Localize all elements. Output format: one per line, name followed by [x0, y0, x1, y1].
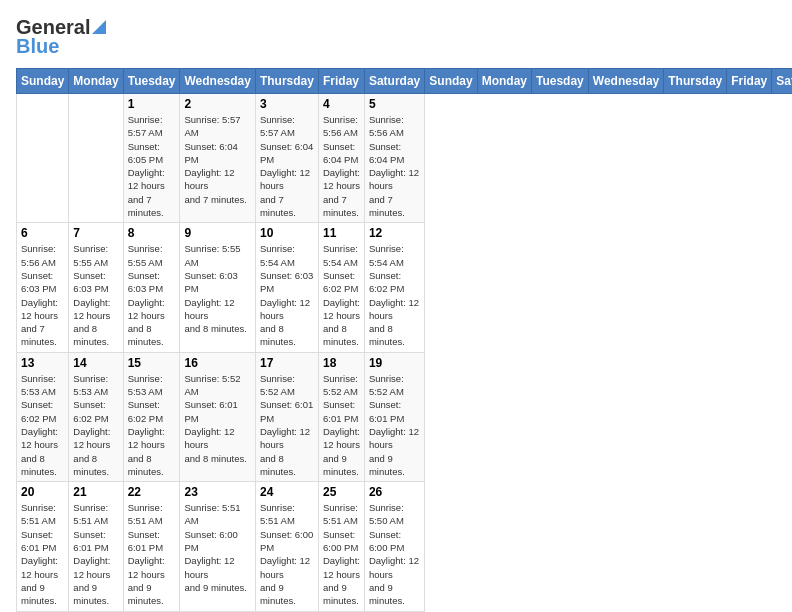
day-number: 1	[128, 97, 176, 111]
weekday-header-cell: Sunday	[425, 69, 477, 94]
weekday-header: Friday	[318, 69, 364, 94]
day-number: 13	[21, 356, 64, 370]
cell-content: Sunrise: 5:55 AM Sunset: 6:03 PM Dayligh…	[73, 242, 118, 348]
cell-content: Sunrise: 5:54 AM Sunset: 6:03 PM Dayligh…	[260, 242, 314, 348]
calendar-cell: 18Sunrise: 5:52 AM Sunset: 6:01 PM Dayli…	[318, 352, 364, 481]
calendar-week-row: 6Sunrise: 5:56 AM Sunset: 6:03 PM Daylig…	[17, 223, 793, 352]
cell-content: Sunrise: 5:52 AM Sunset: 6:01 PM Dayligh…	[323, 372, 360, 478]
day-number: 10	[260, 226, 314, 240]
weekday-header: Sunday	[17, 69, 69, 94]
cell-content: Sunrise: 5:51 AM Sunset: 6:01 PM Dayligh…	[73, 501, 118, 607]
cell-content: Sunrise: 5:51 AM Sunset: 6:00 PM Dayligh…	[260, 501, 314, 607]
day-number: 14	[73, 356, 118, 370]
day-number: 16	[184, 356, 250, 370]
day-number: 21	[73, 485, 118, 499]
calendar-week-row: 20Sunrise: 5:51 AM Sunset: 6:01 PM Dayli…	[17, 482, 793, 611]
calendar-cell: 13Sunrise: 5:53 AM Sunset: 6:02 PM Dayli…	[17, 352, 69, 481]
calendar-cell: 16Sunrise: 5:52 AM Sunset: 6:01 PM Dayli…	[180, 352, 255, 481]
calendar-cell: 9Sunrise: 5:55 AM Sunset: 6:03 PM Daylig…	[180, 223, 255, 352]
cell-content: Sunrise: 5:56 AM Sunset: 6:03 PM Dayligh…	[21, 242, 64, 348]
day-number: 23	[184, 485, 250, 499]
calendar-cell: 14Sunrise: 5:53 AM Sunset: 6:02 PM Dayli…	[69, 352, 123, 481]
calendar-cell: 26Sunrise: 5:50 AM Sunset: 6:00 PM Dayli…	[364, 482, 424, 611]
day-number: 6	[21, 226, 64, 240]
cell-content: Sunrise: 5:56 AM Sunset: 6:04 PM Dayligh…	[323, 113, 360, 219]
day-number: 2	[184, 97, 250, 111]
day-number: 18	[323, 356, 360, 370]
day-number: 22	[128, 485, 176, 499]
calendar-cell: 4Sunrise: 5:56 AM Sunset: 6:04 PM Daylig…	[318, 94, 364, 223]
calendar-cell: 21Sunrise: 5:51 AM Sunset: 6:01 PM Dayli…	[69, 482, 123, 611]
weekday-header-cell: Thursday	[664, 69, 727, 94]
weekday-header: Wednesday	[180, 69, 255, 94]
calendar-cell: 2Sunrise: 5:57 AM Sunset: 6:04 PM Daylig…	[180, 94, 255, 223]
calendar-cell	[69, 94, 123, 223]
cell-content: Sunrise: 5:55 AM Sunset: 6:03 PM Dayligh…	[184, 242, 250, 335]
cell-content: Sunrise: 5:50 AM Sunset: 6:00 PM Dayligh…	[369, 501, 420, 607]
day-number: 7	[73, 226, 118, 240]
calendar-cell: 22Sunrise: 5:51 AM Sunset: 6:01 PM Dayli…	[123, 482, 180, 611]
cell-content: Sunrise: 5:51 AM Sunset: 6:00 PM Dayligh…	[184, 501, 250, 594]
day-number: 17	[260, 356, 314, 370]
day-number: 12	[369, 226, 420, 240]
weekday-header: Tuesday	[123, 69, 180, 94]
weekday-header-cell: Tuesday	[531, 69, 588, 94]
logo: General Blue	[16, 16, 106, 58]
weekday-header: Thursday	[255, 69, 318, 94]
calendar-cell: 23Sunrise: 5:51 AM Sunset: 6:00 PM Dayli…	[180, 482, 255, 611]
calendar-cell: 17Sunrise: 5:52 AM Sunset: 6:01 PM Dayli…	[255, 352, 318, 481]
day-number: 3	[260, 97, 314, 111]
weekday-header-cell: Friday	[727, 69, 772, 94]
day-number: 24	[260, 485, 314, 499]
calendar-cell	[17, 94, 69, 223]
logo-triangle-icon	[92, 20, 106, 34]
cell-content: Sunrise: 5:54 AM Sunset: 6:02 PM Dayligh…	[323, 242, 360, 348]
calendar-cell: 12Sunrise: 5:54 AM Sunset: 6:02 PM Dayli…	[364, 223, 424, 352]
calendar-cell: 6Sunrise: 5:56 AM Sunset: 6:03 PM Daylig…	[17, 223, 69, 352]
calendar-cell: 8Sunrise: 5:55 AM Sunset: 6:03 PM Daylig…	[123, 223, 180, 352]
calendar-cell: 7Sunrise: 5:55 AM Sunset: 6:03 PM Daylig…	[69, 223, 123, 352]
cell-content: Sunrise: 5:57 AM Sunset: 6:05 PM Dayligh…	[128, 113, 176, 219]
calendar-cell: 19Sunrise: 5:52 AM Sunset: 6:01 PM Dayli…	[364, 352, 424, 481]
calendar-cell: 1Sunrise: 5:57 AM Sunset: 6:05 PM Daylig…	[123, 94, 180, 223]
cell-content: Sunrise: 5:53 AM Sunset: 6:02 PM Dayligh…	[73, 372, 118, 478]
calendar-cell: 11Sunrise: 5:54 AM Sunset: 6:02 PM Dayli…	[318, 223, 364, 352]
day-number: 11	[323, 226, 360, 240]
weekday-header-cell: Monday	[477, 69, 531, 94]
weekday-header-cell: Wednesday	[588, 69, 663, 94]
day-number: 19	[369, 356, 420, 370]
day-number: 15	[128, 356, 176, 370]
calendar-cell: 10Sunrise: 5:54 AM Sunset: 6:03 PM Dayli…	[255, 223, 318, 352]
page-header: General Blue	[16, 16, 776, 58]
cell-content: Sunrise: 5:51 AM Sunset: 6:00 PM Dayligh…	[323, 501, 360, 607]
day-number: 20	[21, 485, 64, 499]
calendar-cell: 20Sunrise: 5:51 AM Sunset: 6:01 PM Dayli…	[17, 482, 69, 611]
day-number: 4	[323, 97, 360, 111]
cell-content: Sunrise: 5:51 AM Sunset: 6:01 PM Dayligh…	[128, 501, 176, 607]
cell-content: Sunrise: 5:55 AM Sunset: 6:03 PM Dayligh…	[128, 242, 176, 348]
day-number: 9	[184, 226, 250, 240]
calendar-cell: 24Sunrise: 5:51 AM Sunset: 6:00 PM Dayli…	[255, 482, 318, 611]
weekday-header: Monday	[69, 69, 123, 94]
svg-marker-0	[92, 20, 106, 34]
cell-content: Sunrise: 5:52 AM Sunset: 6:01 PM Dayligh…	[369, 372, 420, 478]
calendar-week-row: 1Sunrise: 5:57 AM Sunset: 6:05 PM Daylig…	[17, 94, 793, 223]
day-number: 5	[369, 97, 420, 111]
calendar-cell: 5Sunrise: 5:56 AM Sunset: 6:04 PM Daylig…	[364, 94, 424, 223]
calendar-cell: 3Sunrise: 5:57 AM Sunset: 6:04 PM Daylig…	[255, 94, 318, 223]
cell-content: Sunrise: 5:52 AM Sunset: 6:01 PM Dayligh…	[260, 372, 314, 478]
cell-content: Sunrise: 5:56 AM Sunset: 6:04 PM Dayligh…	[369, 113, 420, 219]
calendar-table: SundayMondayTuesdayWednesdayThursdayFrid…	[16, 68, 792, 612]
calendar-week-row: 13Sunrise: 5:53 AM Sunset: 6:02 PM Dayli…	[17, 352, 793, 481]
logo-blue-text: Blue	[16, 35, 59, 58]
cell-content: Sunrise: 5:57 AM Sunset: 6:04 PM Dayligh…	[260, 113, 314, 219]
day-number: 25	[323, 485, 360, 499]
cell-content: Sunrise: 5:54 AM Sunset: 6:02 PM Dayligh…	[369, 242, 420, 348]
calendar-cell: 15Sunrise: 5:53 AM Sunset: 6:02 PM Dayli…	[123, 352, 180, 481]
weekday-header-cell: Saturday	[772, 69, 792, 94]
weekday-header: Saturday	[364, 69, 424, 94]
cell-content: Sunrise: 5:52 AM Sunset: 6:01 PM Dayligh…	[184, 372, 250, 465]
cell-content: Sunrise: 5:51 AM Sunset: 6:01 PM Dayligh…	[21, 501, 64, 607]
day-number: 26	[369, 485, 420, 499]
calendar-cell: 25Sunrise: 5:51 AM Sunset: 6:00 PM Dayli…	[318, 482, 364, 611]
